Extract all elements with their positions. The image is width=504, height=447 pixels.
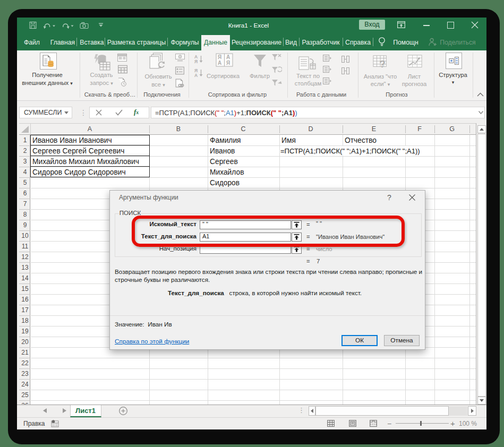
svg-text:А: А — [194, 73, 198, 78]
svg-text:Я: Я — [194, 59, 198, 64]
svg-text:?: ? — [379, 58, 385, 70]
svg-text:А: А — [218, 60, 221, 66]
svg-text:Я: Я — [218, 54, 221, 60]
svg-text:А: А — [226, 54, 230, 60]
svg-text:Я: Я — [226, 60, 230, 66]
